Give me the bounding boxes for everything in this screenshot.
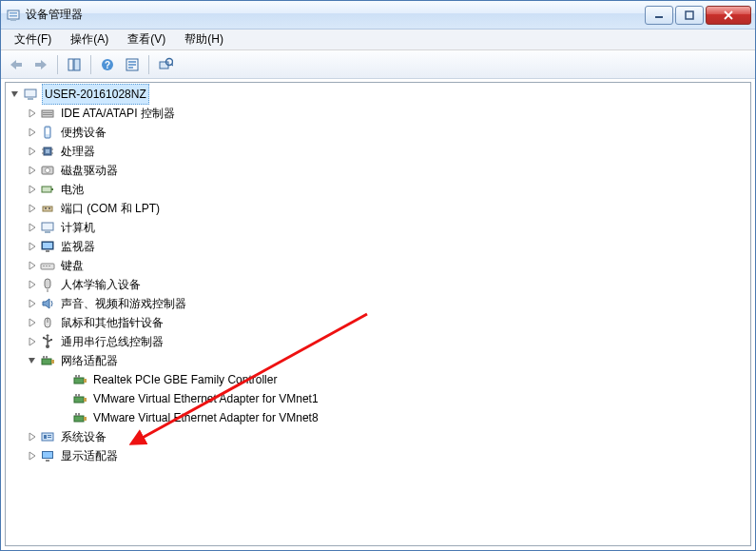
tree-node-label: 便携设备 [59, 123, 108, 142]
svg-rect-46 [46, 266, 48, 266]
tree-node[interactable]: 显示适配器 [6, 446, 750, 465]
expander-closed-icon[interactable] [27, 165, 38, 176]
menu-action[interactable]: 操作(A) [61, 30, 118, 49]
tree-node-nic[interactable]: VMware Virtual Ethernet Adapter for VMne… [6, 408, 750, 427]
expander-closed-icon[interactable] [27, 146, 38, 157]
tree-node-label: IDE ATA/ATAPI 控制器 [59, 104, 177, 123]
tree-node-label: 电池 [59, 180, 86, 199]
app-icon [1, 8, 26, 23]
device-manager-window: 设备管理器 文件(F) 操作(A) 查看(V) 帮助(H) [0, 0, 756, 551]
tree-node[interactable]: 端口 (COM 和 LPT) [6, 199, 750, 218]
tree-node[interactable]: IDE ATA/ATAPI 控制器 [6, 104, 750, 123]
menu-help[interactable]: 帮助(H) [175, 30, 233, 49]
svg-rect-7 [35, 63, 42, 67]
svg-rect-65 [84, 398, 87, 402]
ide-icon [40, 106, 55, 121]
hid-icon [40, 277, 55, 292]
expander-closed-icon[interactable] [27, 127, 38, 138]
svg-rect-14 [128, 64, 136, 66]
monitor-icon [40, 239, 55, 254]
expander-none [59, 393, 70, 404]
expander-closed-icon[interactable] [27, 241, 38, 252]
tree-node[interactable]: 磁盘驱动器 [6, 161, 750, 180]
tree-node[interactable]: 鼠标和其他指针设备 [6, 313, 750, 332]
expander-closed-icon[interactable] [27, 260, 38, 271]
svg-rect-61 [84, 379, 87, 383]
svg-rect-77 [43, 452, 52, 458]
tree-node[interactable]: 人体学输入设备 [6, 275, 750, 294]
svg-rect-40 [45, 231, 50, 233]
help-button[interactable]: ? [96, 53, 119, 76]
tree-node[interactable]: 通用串行总线控制器 [6, 332, 750, 351]
svg-rect-1 [10, 12, 17, 14]
svg-rect-66 [75, 394, 77, 397]
svg-rect-78 [46, 460, 49, 462]
svg-rect-13 [128, 61, 136, 63]
tree-node[interactable]: 键盘 [6, 256, 750, 275]
show-hide-tree-button[interactable] [63, 53, 86, 76]
svg-rect-48 [45, 279, 50, 288]
expander-open-icon[interactable] [27, 355, 38, 366]
expander-closed-icon[interactable] [27, 450, 38, 462]
menu-file[interactable]: 文件(F) [5, 30, 61, 49]
svg-rect-36 [43, 207, 52, 211]
svg-rect-67 [78, 394, 80, 397]
svg-rect-35 [51, 188, 53, 190]
usb-icon [40, 334, 55, 349]
expander-closed-icon[interactable] [27, 184, 38, 195]
expander-closed-icon[interactable] [27, 279, 38, 290]
scan-hardware-button[interactable] [154, 53, 177, 76]
expander-closed-icon[interactable] [27, 431, 38, 443]
tree-node-label: Realtek PCIe GBE Family Controller [91, 370, 279, 389]
tree-node[interactable]: 系统设备 [6, 427, 750, 446]
computer-icon [40, 220, 55, 235]
expander-closed-icon[interactable] [27, 336, 38, 347]
back-button[interactable] [5, 53, 28, 76]
svg-rect-0 [8, 10, 19, 19]
tree-view[interactable]: USER-20161028NZ IDE ATA/ATAPI 控制器便携设备处理器… [5, 82, 751, 546]
expander-closed-icon[interactable] [27, 298, 38, 309]
svg-rect-59 [46, 356, 48, 359]
svg-rect-57 [51, 360, 54, 364]
tree-node[interactable]: 监视器 [6, 237, 750, 256]
svg-point-33 [46, 168, 50, 173]
portable-icon [40, 125, 55, 140]
close-button[interactable] [706, 6, 751, 25]
svg-rect-5 [686, 11, 693, 19]
svg-text:?: ? [105, 60, 110, 70]
properties-button[interactable] [121, 53, 144, 76]
svg-rect-19 [25, 89, 36, 97]
battery-icon [40, 182, 55, 197]
tree-node[interactable]: 处理器 [6, 142, 750, 161]
tree-node[interactable]: 电池 [6, 180, 750, 199]
tree-root[interactable]: USER-20161028NZ [6, 85, 750, 104]
minimize-button[interactable] [645, 6, 673, 25]
tree-node-label: 通用串行总线控制器 [59, 332, 165, 351]
tree-node-label: 鼠标和其他指针设备 [59, 313, 165, 332]
forward-button[interactable] [29, 53, 52, 76]
expander-closed-icon[interactable] [27, 108, 38, 119]
tree-node-network-adapters[interactable]: 网络适配器 [6, 351, 750, 370]
maximize-button[interactable] [675, 6, 704, 25]
display-icon [40, 448, 55, 463]
expander-closed-icon[interactable] [27, 222, 38, 233]
tree-node-nic[interactable]: VMware Virtual Ethernet Adapter for VMne… [6, 389, 750, 408]
expander-open-icon[interactable] [10, 89, 21, 100]
menubar: 文件(F) 操作(A) 查看(V) 帮助(H) [1, 30, 755, 50]
menu-view[interactable]: 查看(V) [118, 30, 175, 49]
svg-rect-9 [74, 59, 80, 70]
svg-rect-60 [74, 378, 84, 384]
tree-node-nic[interactable]: Realtek PCIe GBE Family Controller [6, 370, 750, 389]
tree-node-label: 网络适配器 [59, 351, 120, 370]
tree-node[interactable]: 声音、视频和游戏控制器 [6, 294, 750, 313]
svg-rect-75 [48, 437, 51, 438]
tree-node[interactable]: 计算机 [6, 218, 750, 237]
toolbar-separator [90, 55, 91, 74]
svg-rect-63 [78, 375, 80, 378]
titlebar: 设备管理器 [1, 1, 755, 30]
expander-closed-icon[interactable] [27, 203, 38, 214]
svg-rect-42 [43, 243, 52, 248]
svg-rect-74 [48, 435, 51, 436]
expander-closed-icon[interactable] [27, 317, 38, 328]
tree-node[interactable]: 便携设备 [6, 123, 750, 142]
